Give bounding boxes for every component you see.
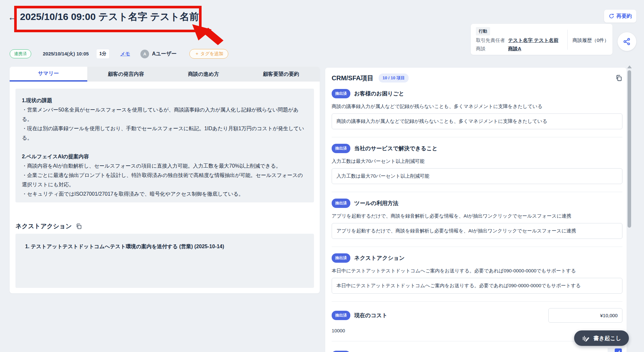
summary-bullet: ・営業メンバー50名全員がセールスフォースを使用しているが、商談議事録の入力が属…	[22, 105, 308, 124]
transcribe-button[interactable]: 書き起こし	[574, 330, 629, 346]
annotation-red-arrow	[189, 22, 223, 51]
checkbox-backdrop	[608, 348, 622, 352]
crm-sfa-card: CRM/SFA項目 10 / 10 項目 抽出済 お客様のお困りごと 商談の議事…	[325, 68, 627, 352]
field-input[interactable]: 商談の議事録入力が属人などで記録が残らないことも、多くマネジメントに支障をきたし…	[332, 113, 622, 129]
copy-icon	[615, 74, 622, 82]
divider	[332, 301, 622, 302]
transcribe-label: 書き起こし	[593, 335, 621, 342]
check-icon	[616, 350, 620, 352]
share-icon	[623, 37, 631, 46]
summary-bullet: ・企業ごとに最適な抽出プロンプトを設計し、特許取得済みの独自技術で高精度な情報抽…	[22, 171, 308, 189]
user-name: Aユーザー	[152, 51, 176, 57]
resummarize-button[interactable]: 再要約	[604, 10, 636, 23]
field-label: お客様のお困りごと	[354, 90, 404, 97]
field-description: アプリを起動するだけで、商談を録音解析し必要な情報を、AIが抽出ワンクリックでセ…	[332, 212, 622, 219]
crm-sfa-header: CRM/SFA項目 10 / 10 項目	[332, 73, 622, 83]
summary-panel: 1.現状の課題 ・営業メンバー50名全員がセールスフォースを使用しているが、商談…	[15, 89, 314, 202]
divider	[567, 30, 568, 50]
extracted-badge: 抽出済	[332, 351, 350, 352]
cost-input[interactable]: ¥10,000	[548, 308, 622, 323]
copy-button[interactable]	[76, 223, 82, 230]
field-input[interactable]: 本日中にテストアットテストドットコムへご案内をお送りする。必要であれば090-0…	[332, 278, 622, 294]
share-button[interactable]	[618, 32, 636, 51]
summary-section1-title: 1.現状の課題	[22, 96, 308, 105]
crm-field: 抽出済 ツールの利用方法 アプリを起動するだけで、商談を録音解析し必要な情報を、…	[332, 199, 622, 247]
resummarize-label: 再要約	[616, 13, 632, 20]
spacer	[22, 142, 308, 152]
avatar: A	[140, 50, 149, 58]
annotation-red-box	[14, 6, 202, 32]
copy-icon	[76, 223, 82, 230]
divider	[332, 247, 622, 247]
divider	[332, 137, 622, 137]
extracted-badge: 抽出済	[332, 199, 350, 208]
field-count-badge: 10 / 10 項目	[379, 73, 409, 83]
summary-bullet: ・現在は別の議事録ツールを使用しており、手動でセールスフォースに転記。1IDあた…	[22, 124, 308, 142]
field-label: 当社のサービスで解決できること	[354, 145, 438, 152]
field-label: ネクストアクション	[354, 254, 405, 262]
summary-bullet: ・商談内容をAIが自動解析し、セールスフォースの項目に直接入力可能。入力工数を最…	[22, 161, 308, 171]
field-description: 本日中にテストアットテストドットコムへご案内をお送りする。必要であれば090-0…	[332, 267, 622, 274]
next-action-header: ネクストアクション	[15, 222, 82, 230]
summary-tabs: サマリー 顧客の発言内容 商談の進め方 顧客要望の要約	[10, 67, 320, 82]
deal-link[interactable]: 商談A	[508, 46, 521, 52]
scrollbar-thumb[interactable]	[628, 70, 631, 228]
meeting-datetime: 2025/10/14(火) 10:05	[43, 51, 89, 57]
next-action-title: ネクストアクション	[15, 222, 72, 230]
field-input[interactable]: 入力工数は最大70パーセント以上削減可能	[332, 168, 622, 184]
extracted-badge: 抽出済	[332, 89, 350, 98]
extracted-badge: 抽出済	[332, 311, 350, 320]
memo-link[interactable]: メモ	[120, 51, 130, 57]
crm-field: 抽出済 お客様のお困りごと 商談の議事録入力が属人などで記録が残らないことも、多…	[332, 89, 622, 137]
summary-bullet: ・セキュリティ面ではISO27001/27017を取得済みで、暗号化やアクセス制…	[22, 189, 308, 199]
tab-customer-requests[interactable]: 顧客要望の要約	[242, 67, 320, 82]
deal-history-label[interactable]: 商談履歴（0件）	[573, 37, 609, 44]
field-label: ツールの利用方法	[354, 200, 398, 207]
field-description: 入力工数は最大70パーセント以上削減可能	[332, 158, 622, 164]
field-input[interactable]: アプリを起動するだけで、商談を録音解析し必要な情報を、AIが抽出ワンクリックでセ…	[332, 223, 622, 239]
tab-summary[interactable]: サマリー	[10, 67, 87, 82]
field-label: 現在のコスト	[354, 312, 388, 319]
deal-info-card: 行動 取引先責任者 テスト名字 テスト名前 商談 商談A 商談履歴（0件）	[471, 24, 612, 55]
crm-field: 抽出済 当社のサービスで解決できること 入力工数は最大70パーセント以上削減可能…	[332, 144, 622, 192]
field-description: 商談の議事録入力が属人などで記録が残らないことも、多くマネジメントに支障をきたし…	[332, 103, 622, 110]
action-badge: 行動	[476, 27, 490, 35]
next-action-panel: 1. テストアットテストドットコムへテスト環境の案内を送付する (営業) (20…	[15, 234, 314, 288]
deal-label: 商談	[476, 46, 486, 51]
summary-section2-title: 2.ベルフェイスAIの提案内容	[22, 152, 308, 161]
copy-all-button[interactable]	[615, 74, 622, 82]
contact-label: 取引先責任者	[476, 37, 505, 43]
divider	[332, 192, 622, 192]
crm-field: 抽出済 ネクストアクション 本日中にテストアットテストドットコムへご案内をお送り…	[332, 253, 622, 302]
tab-meeting-progress[interactable]: 商談の進め方	[165, 67, 242, 82]
extracted-badge: 抽出済	[332, 144, 350, 153]
contact-row: 取引先責任者 テスト名字 テスト名前	[476, 37, 505, 44]
summary-card: サマリー 顧客の発言内容 商談の進め方 顧客要望の要約 1.現状の課題 ・営業メ…	[10, 67, 320, 293]
scroll-up-arrow[interactable]	[627, 65, 632, 68]
crm-sfa-title: CRM/SFA項目	[332, 74, 374, 83]
extracted-badge: 抽出済	[332, 253, 350, 263]
deal-row: 商談 商談A	[476, 46, 486, 52]
security-checkbox[interactable]	[615, 348, 622, 352]
crm-field-security: 抽出済 セキュリティの案内	[332, 348, 622, 352]
waveform-pen-icon	[582, 334, 590, 342]
tab-customer-statements[interactable]: 顧客の発言内容	[87, 67, 165, 82]
duration-badge: 1分	[97, 49, 109, 58]
refresh-icon	[609, 13, 614, 19]
contact-link[interactable]: テスト名字 テスト名前	[508, 37, 558, 44]
next-action-item: 1. テストアットテストドットコムへテスト環境の案内を送付する (営業) (20…	[25, 244, 224, 249]
sync-status-badge: 連携済	[10, 49, 31, 58]
